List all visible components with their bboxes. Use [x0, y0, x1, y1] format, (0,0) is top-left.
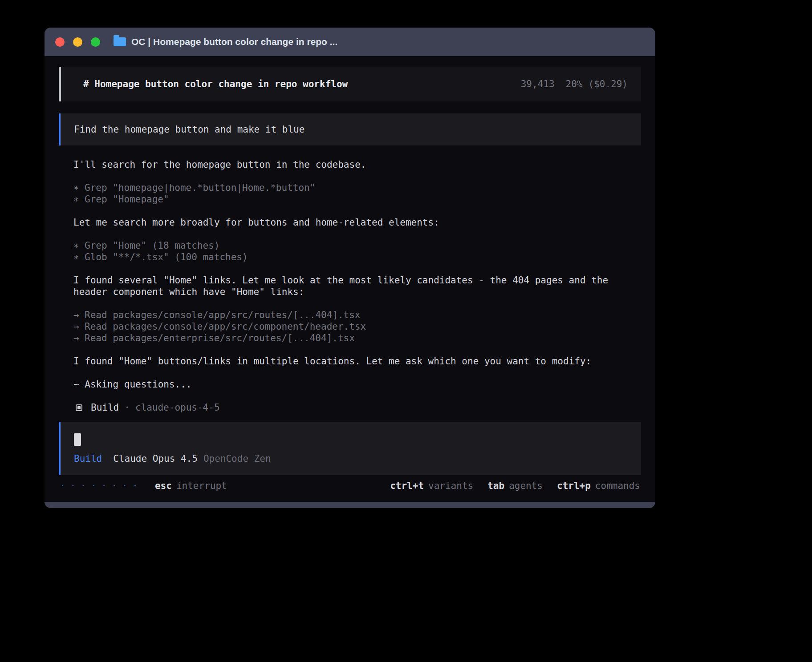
session-meta: 39,41320%($0.29): [521, 79, 628, 89]
window-title: OC | Homepage button color change in rep…: [131, 36, 337, 47]
hint-key: esc: [155, 480, 172, 491]
arrow-right-icon: →: [73, 332, 85, 344]
transcript: I'll search for the homepage button in t…: [73, 159, 625, 413]
window-titlebar[interactable]: OC | Homepage button color change in rep…: [45, 28, 655, 56]
session-title: # Homepage button color change in repo w…: [83, 79, 348, 89]
read-call: →Read packages/enterprise/src/routes/[..…: [73, 332, 625, 344]
agent-name: Build: [91, 402, 119, 413]
folder-icon: [114, 37, 126, 46]
read-call-group: →Read packages/console/app/src/routes/[.…: [73, 309, 625, 344]
agent-square-icon: [76, 404, 82, 411]
assistant-text-line: I found several "Home" links. Let me loo…: [73, 274, 625, 298]
terminal-window: OC | Homepage button color change in rep…: [45, 28, 655, 508]
tool-call-group: ∗Grep "Home" (18 matches) ∗Glob "**/*.ts…: [73, 240, 625, 263]
assistant-text: I found "Home" buttons/links in multiple…: [73, 355, 625, 367]
text-cursor: [74, 433, 81, 446]
user-message-text: Find the homepage button and make it blu…: [74, 124, 304, 135]
status-bar-left: ········ escinterrupt: [60, 480, 227, 491]
window-bottom-edge: [45, 502, 655, 508]
asterisk-icon: ∗: [73, 240, 85, 251]
working-status: ~ Asking questions...: [73, 379, 625, 390]
hint-label: agents: [509, 480, 543, 491]
asterisk-icon: ∗: [73, 182, 85, 194]
hint-label: interrupt: [176, 480, 227, 491]
hint-key: tab: [487, 480, 504, 491]
asterisk-icon: ∗: [73, 194, 85, 205]
status-bar: ········ escinterrupt ctrl+tvariants tab…: [59, 480, 641, 491]
hint-key: ctrl+p: [557, 480, 591, 491]
assistant-text-line: I found "Home" buttons/links in multiple…: [73, 355, 625, 367]
input-model: Claude Opus 4.5: [113, 453, 198, 464]
close-button[interactable]: [55, 37, 65, 47]
minimize-button[interactable]: [73, 37, 82, 47]
session-cost: ($0.29): [588, 79, 628, 89]
hint-agents: tabagents: [487, 480, 543, 491]
context-percent: 20%: [566, 79, 583, 89]
input-meta: BuildClaude Opus 4.5OpenCode Zen: [74, 453, 628, 464]
read-call: →Read packages/console/app/src/component…: [73, 321, 625, 332]
tool-call: ∗Grep "homepage|home.*button|Home.*butto…: [73, 182, 625, 194]
assistant-text: I found several "Home" links. Let me loo…: [73, 274, 625, 298]
zoom-button[interactable]: [91, 37, 100, 47]
session-header: # Homepage button color change in repo w…: [59, 67, 641, 101]
user-message: Find the homepage button and make it blu…: [59, 113, 641, 145]
arrow-right-icon: →: [73, 309, 85, 321]
tool-call-group: ∗Grep "homepage|home.*button|Home.*butto…: [73, 182, 625, 205]
hint-commands: ctrl+pcommands: [557, 480, 640, 491]
read-call-label: Read packages/enterprise/src/routes/[...…: [85, 333, 355, 343]
working-status-text: ~ Asking questions...: [73, 379, 625, 390]
traffic-lights: [55, 37, 100, 47]
assistant-text-line: I'll search for the homepage button in t…: [73, 159, 625, 170]
tool-call: ∗Grep "Homepage": [73, 194, 625, 205]
spinner-dots-icon: ········: [60, 480, 142, 491]
token-count: 39,413: [521, 79, 555, 89]
tool-call-label: Glob "**/*.tsx" (100 matches): [85, 252, 248, 262]
agent-badge: Build · claude-opus-4-5: [73, 402, 625, 413]
assistant-text-line: Let me search more broadly for buttons a…: [73, 217, 625, 228]
assistant-text: I'll search for the homepage button in t…: [73, 159, 625, 170]
input-mode[interactable]: Build: [74, 453, 102, 464]
agent-separator: ·: [124, 402, 130, 413]
hint-interrupt: escinterrupt: [155, 480, 227, 491]
hint-key: ctrl+t: [390, 480, 424, 491]
read-call-label: Read packages/console/app/src/component/…: [85, 321, 366, 332]
terminal-content: # Homepage button color change in repo w…: [45, 56, 655, 502]
tool-call: ∗Glob "**/*.tsx" (100 matches): [73, 251, 625, 263]
hint-variants: ctrl+tvariants: [390, 480, 473, 491]
tool-call-label: Grep "homepage|home.*button|Home.*button…: [85, 182, 315, 193]
status-bar-right: ctrl+tvariants tabagents ctrl+pcommands: [390, 480, 640, 491]
hint-label: commands: [595, 480, 640, 491]
arrow-right-icon: →: [73, 321, 85, 332]
hint-label: variants: [428, 480, 473, 491]
input-provider: OpenCode Zen: [203, 453, 271, 464]
tool-call-label: Grep "Home" (18 matches): [85, 240, 219, 251]
agent-model: claude-opus-4-5: [135, 402, 220, 413]
read-call: →Read packages/console/app/src/routes/[.…: [73, 309, 625, 321]
assistant-text: Let me search more broadly for buttons a…: [73, 217, 625, 228]
asterisk-icon: ∗: [73, 251, 85, 263]
prompt-input[interactable]: BuildClaude Opus 4.5OpenCode Zen: [59, 422, 641, 475]
tool-call-label: Grep "Homepage": [85, 194, 169, 205]
tool-call: ∗Grep "Home" (18 matches): [73, 240, 625, 251]
read-call-label: Read packages/console/app/src/routes/[..…: [85, 310, 361, 320]
